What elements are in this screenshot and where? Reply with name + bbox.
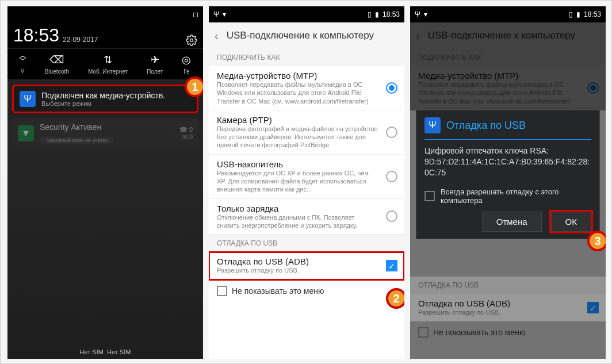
option-mass[interactable]: USB-накопитель Рекомендуется для ОС XP и…	[209, 155, 404, 199]
notif-usb-title: Подключен как медиа-устройств.	[41, 91, 165, 100]
notif-usb-sub: Выберите режим	[41, 100, 165, 107]
usb-debug-dialog: Ψ Отладка по USB Цифровой отпечаток ключ…	[416, 110, 600, 239]
footer-noshow: Не показывать это меню	[410, 321, 606, 343]
checkbox-noshow	[418, 327, 429, 338]
usb-icon: Ψ	[20, 91, 36, 107]
dialog-body-fingerprint: 9D:57:D2:11:4A:1C:1C:A7:B0:39:65:F4:82:2…	[424, 156, 591, 178]
qs-plane[interactable]: ✈Полет	[147, 53, 163, 75]
gps-icon: ◎	[182, 53, 191, 66]
app-bar: ‹ USB-подключение к компьютеру	[209, 22, 404, 49]
option-adb-title: Отладка по USB (ADB)	[217, 256, 379, 266]
option-mtp[interactable]: Медиа-устройство (МТР) Позволяет передав…	[209, 66, 404, 110]
qs-wifi[interactable]: ⌔V	[20, 53, 26, 75]
status-time: 18:53	[584, 10, 601, 18]
option-adb-dim: Отладка по USB (ADB) Разрешить отладку п…	[410, 294, 606, 321]
camera-icon: ◻	[193, 10, 198, 18]
gear-icon[interactable]	[186, 35, 197, 46]
signal-icon: ▯	[368, 10, 372, 18]
checkbox-adb[interactable]	[386, 260, 397, 271]
option-mtp-desc: Позволяет передавать файлы мультимедиа в…	[217, 81, 379, 105]
radio-ptp[interactable]	[386, 127, 397, 138]
option-ptp-desc: Передача фотографий и медиа-файлов на ус…	[217, 125, 379, 150]
cancel-button[interactable]: Отмена	[482, 212, 542, 232]
step-badge-1: 1	[185, 76, 203, 97]
qs-bluetooth[interactable]: ⌫Bluetooth	[45, 53, 69, 75]
app-bar-title: USB-подключение к компьютеру	[227, 30, 374, 41]
section-debug: ОТЛАДКА ПО USB	[410, 277, 606, 294]
shield-status-icon: ▾	[424, 10, 427, 18]
option-ptp-title: Камера (PTP)	[217, 115, 379, 125]
section-debug: ОТЛАДКА ПО USB	[209, 235, 404, 252]
svg-point-0	[190, 39, 193, 42]
section-connect: ПОДКЛЮЧИТЬ КАК	[209, 49, 404, 66]
data-icon: ⇅	[104, 53, 112, 66]
notification-usb[interactable]: Ψ Подключен как медиа-устройств. Выберит…	[12, 85, 198, 113]
quick-settings: ⌔V ⌫Bluetooth ⇅Моб. Интернет ✈Полет ◎Ге	[7, 48, 203, 80]
shade-header: 18:53 22-09-2017	[7, 22, 203, 48]
dialog-body-line1: Цифровой отпечаток ключа RSA:	[424, 145, 591, 156]
status-bar: ◻	[7, 6, 203, 22]
checkbox-always[interactable]	[424, 191, 435, 201]
checkbox-noshow[interactable]	[217, 286, 227, 296]
bluetooth-icon: ⌫	[49, 53, 64, 66]
dialog-title: Отладка по USB	[446, 120, 526, 132]
usb-icon: Ψ	[424, 117, 441, 133]
status-time: 18:53	[382, 10, 400, 18]
radio-mass[interactable]	[386, 171, 397, 182]
option-mass-desc: Рекомендуется для ОС XP и более ранних О…	[217, 169, 379, 194]
status-bar: Ψ ▾ ▯ ▮ 18:53	[410, 6, 606, 22]
option-mtp-title: Медиа-устройство (МТР)	[217, 71, 379, 81]
signal-icon: ▯	[569, 10, 573, 18]
option-ptp[interactable]: Камера (PTP) Передача фотографий и медиа…	[209, 110, 404, 155]
shield-status-icon: ▾	[223, 10, 226, 18]
qs-gps[interactable]: ◎Ге	[182, 53, 191, 75]
option-charge[interactable]: Только зарядка Отключение обмена данными…	[209, 199, 404, 235]
checkbox-adb	[587, 302, 599, 313]
footer-noshow[interactable]: Не показывать это меню	[209, 280, 404, 302]
usb-status-icon: Ψ	[415, 10, 420, 18]
back-icon[interactable]: ‹	[215, 29, 219, 43]
qs-data[interactable]: ⇅Моб. Интернет	[88, 53, 128, 75]
option-charge-desc: Отключение обмена данными с ПК. Позволяе…	[217, 213, 379, 230]
battery-icon: ▮	[375, 10, 379, 18]
shade-time: 18:53	[13, 25, 59, 46]
radio-charge[interactable]	[386, 210, 397, 222]
option-adb-desc: Разрешить отладку по USB.	[217, 266, 379, 274]
status-bar: Ψ ▾ ▯ ▮ 18:53	[209, 6, 404, 22]
step-badge-2: 2	[386, 288, 404, 309]
option-adb[interactable]: Отладка по USB (ADB) Разрешить отладку п…	[209, 252, 404, 279]
shade-date: 22-09-2017	[63, 36, 98, 44]
dialog-always-row[interactable]: Всегда разрешать отладку с этого компьют…	[424, 184, 591, 212]
radio-mtp[interactable]	[386, 82, 397, 94]
option-mass-title: USB-накопитель	[217, 159, 379, 169]
dock-labels: Нет SIM Нет SIM	[7, 348, 203, 355]
wifi-icon: ⌔	[20, 53, 26, 66]
step-badge-3: 3	[587, 231, 606, 251]
usb-status-icon: Ψ	[213, 10, 219, 18]
option-charge-title: Только зарядка	[217, 204, 379, 213]
ok-button[interactable]: ОК	[551, 212, 591, 232]
home-background	[7, 121, 203, 359]
plane-icon: ✈	[151, 53, 159, 66]
battery-icon: ▮	[576, 10, 580, 18]
